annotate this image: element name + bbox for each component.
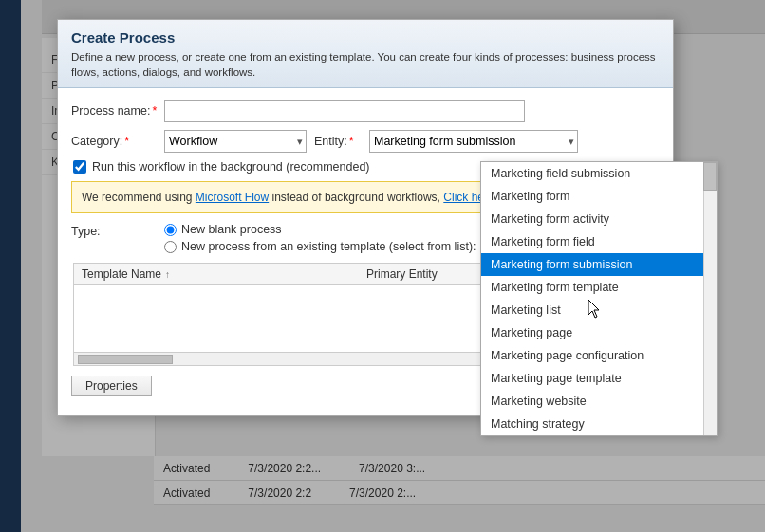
dropdown-item-11[interactable]: Matching strategy	[481, 413, 717, 435]
entity-select[interactable]: Marketing form submission	[369, 130, 578, 153]
radio-new-blank-input[interactable]	[164, 224, 177, 236]
modal-description: Define a new process, or create one from…	[71, 49, 660, 80]
dropdown-scrollbar[interactable]	[703, 162, 717, 435]
type-radio-group: New blank process New process from an ex…	[164, 223, 476, 253]
background-workflow-checkbox[interactable]	[73, 160, 86, 174]
category-entity-row: Category:* Workflow Entity:* Marketing f…	[71, 130, 660, 153]
template-col-name-header: Template Name ↑	[82, 267, 366, 281]
radio-new-blank: New blank process	[164, 223, 476, 236]
category-select-wrapper: Workflow	[164, 130, 307, 153]
sort-icon: ↑	[165, 269, 170, 280]
entity-select-wrapper: Marketing form submission	[369, 130, 578, 153]
entity-dropdown: Marketing field submission Marketing for…	[480, 161, 718, 436]
entity-label: Entity:*	[314, 135, 362, 148]
scrollbar-thumb[interactable]	[78, 355, 173, 364]
category-label: Category:*	[71, 135, 157, 148]
process-name-row: Process name:*	[71, 100, 660, 122]
dropdown-item-2[interactable]: Marketing form activity	[481, 208, 717, 230]
radio-from-template-input[interactable]	[164, 241, 177, 253]
radio-from-template-label: New process from an existing template (s…	[181, 240, 476, 253]
microsoft-flow-link[interactable]: Microsoft Flow	[196, 191, 269, 204]
type-label: Type:	[71, 225, 157, 238]
dropdown-item-3[interactable]: Marketing form field	[481, 230, 717, 253]
dropdown-item-6[interactable]: Marketing list	[481, 299, 717, 321]
modal-title: Create Process	[71, 29, 660, 46]
dropdown-item-8[interactable]: Marketing page configuration	[481, 344, 717, 367]
modal-header: Create Process Define a new process, or …	[58, 20, 673, 88]
dropdown-scrollbar-thumb[interactable]	[703, 162, 717, 191]
process-name-label: Process name:*	[71, 104, 157, 118]
dropdown-item-7[interactable]: Marketing page	[481, 321, 717, 344]
checkbox-label: Run this workflow in the background (rec…	[92, 160, 370, 174]
dropdown-item-4[interactable]: Marketing form submission	[481, 253, 717, 276]
dropdown-item-10[interactable]: Marketing website	[481, 390, 717, 413]
radio-from-template: New process from an existing template (s…	[164, 240, 476, 253]
dropdown-item-9[interactable]: Marketing page template	[481, 367, 717, 390]
radio-new-blank-label: New blank process	[181, 223, 282, 236]
process-name-input[interactable]	[164, 100, 525, 122]
properties-button[interactable]: Properties	[71, 376, 152, 396]
dropdown-item-1[interactable]: Marketing form	[481, 185, 717, 208]
dropdown-item-0[interactable]: Marketing field submission	[481, 162, 717, 185]
category-select[interactable]: Workflow	[164, 130, 307, 153]
dropdown-item-5[interactable]: Marketing form template	[481, 276, 717, 299]
